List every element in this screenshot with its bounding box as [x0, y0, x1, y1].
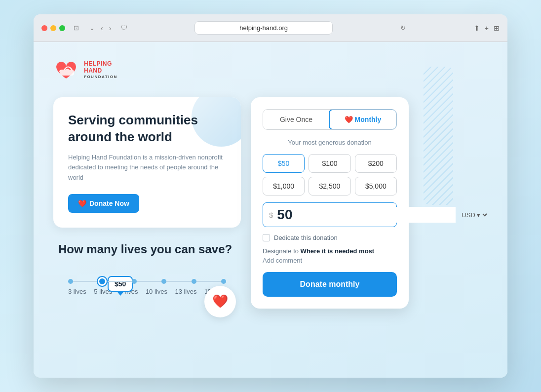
- page-content: HELPING HAND FOUNDATION Serving communit…: [34, 42, 507, 378]
- heart-circle: ❤️: [204, 286, 236, 317]
- slider-track[interactable]: [68, 281, 226, 282]
- slider-labels: 3 lives 5 lives 7 lives 10 lives 13 live…: [68, 288, 226, 295]
- grid-view-button[interactable]: ⊞: [494, 24, 500, 32]
- lives-label-1: 3 lives: [68, 288, 86, 295]
- hero-title: Serving communities around the world: [68, 112, 226, 146]
- browser-toolbar: ⊡ ⌄ ‹ › 🛡 helping-hand.org ↻ ⬆ + ⊞: [34, 14, 507, 42]
- minimize-dot[interactable]: [50, 25, 56, 31]
- monthly-label: Monthly: [355, 116, 382, 123]
- close-dot[interactable]: [41, 25, 47, 31]
- heart-icon-lives: ❤️: [212, 294, 228, 309]
- lives-slider[interactable]: $50 3 lives 5 lives 7 lives: [58, 281, 236, 295]
- logo-icon: [53, 57, 79, 82]
- browser-actions: ⬆ + ⊞: [474, 24, 500, 32]
- add-comment-link[interactable]: Add comment: [263, 257, 397, 264]
- slider-dot-5[interactable]: [192, 279, 196, 284]
- logo-foundation: FOUNDATION: [84, 75, 117, 79]
- lives-title: How many lives you can save?: [58, 242, 236, 256]
- logo-helping: HELPING: [84, 60, 117, 67]
- address-bar[interactable]: helping-hand.org: [194, 21, 333, 35]
- refresh-icon[interactable]: ↻: [398, 23, 408, 33]
- slider-dot-2[interactable]: [98, 277, 107, 286]
- forward-button[interactable]: ›: [107, 23, 114, 33]
- slider-dot-6[interactable]: [221, 279, 226, 284]
- dedicate-row: Dedicate this donation: [263, 234, 397, 241]
- stripe-decoration: [424, 67, 453, 205]
- currency-select[interactable]: USD ▾: [460, 211, 489, 219]
- browser-window: ⊡ ⌄ ‹ › 🛡 helping-hand.org ↻ ⬆ + ⊞: [34, 14, 507, 378]
- amount-btn-100[interactable]: $100: [309, 154, 350, 173]
- amount-btn-2500[interactable]: $2,500: [309, 177, 350, 196]
- back-button[interactable]: ‹: [99, 23, 105, 33]
- dedicate-checkbox[interactable]: [263, 234, 270, 241]
- tab-group: Give Once ❤️ Monthly: [263, 109, 397, 130]
- nav-arrows: ⌄ ‹ ›: [87, 23, 113, 33]
- logo-text: HELPING HAND FOUNDATION: [84, 60, 117, 79]
- monthly-heart-icon: ❤️: [345, 116, 353, 123]
- amount-input-row: $ USD ▾: [263, 202, 397, 227]
- amount-input[interactable]: [277, 207, 456, 223]
- logo: HELPING HAND FOUNDATION: [53, 57, 117, 82]
- designate-value: Where it is needed most: [301, 247, 375, 255]
- amount-btn-200[interactable]: $200: [355, 154, 397, 173]
- donate-monthly-button[interactable]: Donate monthly: [263, 272, 397, 297]
- currency-symbol: $: [269, 211, 273, 219]
- designate-prefix: Designate to: [263, 247, 301, 255]
- hero-description: Helping Hand Foundation is a mission-dri…: [68, 153, 226, 183]
- logo-hand: HAND: [84, 67, 117, 74]
- amount-btn-5000[interactable]: $5,000: [355, 177, 397, 196]
- slider-dot-1[interactable]: [68, 279, 73, 284]
- traffic-lights: [41, 25, 65, 31]
- main-content: Serving communities around the world Hel…: [53, 97, 488, 309]
- new-tab-button[interactable]: +: [485, 24, 489, 32]
- donate-now-button[interactable]: ❤️ Donate Now: [68, 194, 139, 213]
- lives-label-4: 10 lives: [146, 288, 167, 295]
- slider-dot-3[interactable]: [132, 279, 137, 284]
- heart-icon: ❤️: [78, 199, 86, 207]
- dedicate-label: Dedicate this donation: [274, 234, 338, 241]
- lives-label-5: 13 lives: [175, 288, 196, 295]
- share-button[interactable]: ⬆: [474, 24, 480, 32]
- shield-icon[interactable]: 🛡: [119, 23, 129, 33]
- navbar: HELPING HAND FOUNDATION: [53, 57, 488, 82]
- slider-dot-4[interactable]: [161, 279, 166, 284]
- donation-widget: Give Once ❤️ Monthly Your most generous …: [251, 97, 409, 309]
- tab-monthly[interactable]: ❤️ Monthly: [329, 109, 397, 130]
- amount-btn-1000[interactable]: $1,000: [263, 177, 305, 196]
- svg-rect-1: [424, 67, 453, 205]
- donation-subtitle: Your most generous donation: [263, 139, 397, 146]
- sidebar-toggle-icon[interactable]: ⊡: [71, 23, 81, 33]
- lives-section: How many lives you can save? $50 3: [53, 242, 241, 295]
- url-text: helping-hand.org: [239, 24, 288, 32]
- tab-give-once[interactable]: Give Once: [263, 110, 329, 129]
- left-panel: Serving communities around the world Hel…: [53, 97, 241, 295]
- amount-btn-50[interactable]: $50: [263, 154, 305, 173]
- slider-tooltip: $50: [108, 276, 133, 292]
- hero-card: Serving communities around the world Hel…: [53, 97, 241, 228]
- amount-grid: $50 $100 $200 $1,000 $2,500 $5,000: [263, 154, 397, 196]
- designate-row: Designate to Where it is needed most: [263, 247, 397, 255]
- maximize-dot[interactable]: [59, 25, 65, 31]
- donate-now-label: Donate Now: [89, 199, 129, 207]
- dropdown-icon[interactable]: ⌄: [87, 23, 97, 33]
